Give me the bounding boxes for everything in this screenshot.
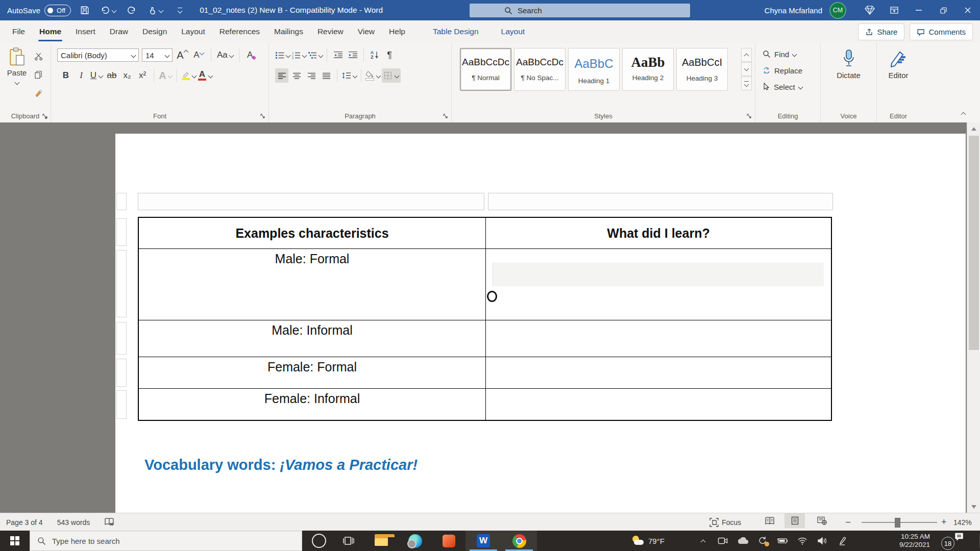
borders-button[interactable] [382, 68, 401, 83]
select-button[interactable]: Select [763, 80, 802, 94]
paste-button[interactable]: Paste [4, 47, 30, 86]
empty-table-cell[interactable] [488, 193, 833, 210]
windows-ink-icon[interactable] [837, 535, 848, 546]
undo-button[interactable] [99, 3, 118, 18]
row-label-female-informal[interactable]: Female: Informal [139, 389, 486, 420]
line-spacing-button[interactable] [341, 68, 357, 83]
tab-design[interactable]: Design [135, 20, 174, 43]
task-view-button[interactable] [333, 531, 364, 551]
scroll-down-button[interactable] [967, 500, 980, 513]
user-avatar[interactable]: CM [829, 2, 846, 19]
search-box[interactable]: Search [470, 4, 690, 17]
wifi-icon[interactable] [797, 535, 808, 546]
vocabulary-heading[interactable]: Vocabulary words: ¡Vamos a Practicar! [144, 457, 418, 473]
scrollbar-thumb[interactable] [969, 136, 979, 350]
tab-table-design[interactable]: Table Design [426, 20, 486, 43]
print-layout-button[interactable] [785, 513, 805, 528]
zoom-out-button[interactable]: − [845, 513, 851, 531]
decrease-indent-button[interactable] [331, 48, 345, 62]
clear-formatting-button[interactable]: A ◆ [245, 48, 258, 62]
find-button[interactable]: Find [763, 47, 802, 61]
table-row-handle[interactable] [116, 250, 127, 317]
tab-view[interactable]: View [351, 20, 382, 43]
tab-file[interactable]: File [5, 20, 32, 43]
row-value-male-formal[interactable] [486, 249, 831, 320]
row-label-male-formal[interactable]: Male: Formal [139, 249, 486, 320]
styles-gallery-up-button[interactable] [741, 48, 752, 62]
grow-font-button[interactable]: A [176, 48, 189, 62]
row-value-female-formal[interactable] [486, 357, 831, 388]
align-left-button[interactable] [275, 68, 288, 83]
justify-button[interactable] [320, 68, 333, 83]
styles-gallery-down-button[interactable] [741, 62, 752, 76]
taskbar-search-box[interactable]: Type here to search [30, 531, 302, 551]
numbering-button[interactable]: 123 [291, 48, 306, 62]
cut-button[interactable] [32, 49, 45, 63]
copy-button[interactable] [32, 67, 45, 82]
show-formatting-marks-button[interactable]: ¶ [383, 48, 396, 62]
tab-review[interactable]: Review [310, 20, 351, 43]
paste-dropdown-chevron[interactable] [14, 80, 19, 85]
sort-button[interactable]: A Z [368, 48, 381, 62]
ribbon-display-options-button[interactable] [882, 0, 906, 20]
share-button[interactable]: Share [858, 23, 904, 40]
align-center-button[interactable] [290, 68, 303, 83]
font-name-combo[interactable]: Calibri (Body) [57, 48, 139, 62]
table-row-handle[interactable] [116, 322, 127, 355]
battery-icon[interactable] [777, 535, 788, 546]
table-row-handle[interactable] [116, 193, 127, 210]
notes-table[interactable]: Examples characteristics What did I lear… [138, 217, 832, 421]
format-painter-button[interactable] [32, 86, 45, 100]
styles-gallery-more-button[interactable] [741, 77, 752, 90]
font-size-combo[interactable]: 14 [142, 48, 173, 62]
styles-dialog-launcher[interactable] [746, 113, 752, 119]
close-button[interactable] [955, 0, 980, 20]
table-header-col2[interactable]: What did I learn? [486, 218, 831, 248]
chrome-taskbar-button[interactable] [501, 531, 537, 551]
text-effects-button[interactable]: A [159, 68, 172, 83]
touch-mouse-mode-button[interactable] [145, 3, 166, 18]
shading-button[interactable] [365, 68, 380, 83]
office-button[interactable] [432, 531, 465, 551]
multilevel-list-button[interactable] [308, 48, 323, 62]
underline-button[interactable]: U [90, 68, 103, 83]
text-highlight-button[interactable] [182, 68, 196, 83]
customize-quick-access-toolbar-button[interactable] [173, 3, 186, 18]
premium-diamond-button[interactable] [857, 0, 882, 20]
table-header-col1[interactable]: Examples characteristics [139, 218, 486, 248]
taskbar-clock[interactable]: 10:25 AM 9/22/2021 [868, 531, 930, 551]
increase-indent-button[interactable] [346, 48, 359, 62]
proofing-errors-icon[interactable] [104, 517, 114, 527]
focus-mode-button[interactable]: Focus [709, 513, 741, 531]
collapse-ribbon-button[interactable] [962, 109, 965, 118]
vertical-scrollbar[interactable] [967, 122, 980, 513]
change-case-button[interactable]: Aa [217, 48, 233, 62]
undo-dropdown-chevron[interactable] [112, 8, 117, 13]
sync-icon[interactable] [757, 535, 768, 546]
action-center-button[interactable]: 18 [938, 531, 969, 551]
onedrive-icon[interactable] [737, 535, 748, 546]
row-value-female-informal[interactable] [486, 389, 831, 420]
tab-draw[interactable]: Draw [103, 20, 135, 43]
zoom-level[interactable]: 142% [953, 513, 972, 531]
circle-annotation[interactable] [487, 291, 497, 302]
scroll-up-button[interactable] [967, 122, 980, 135]
document-page[interactable]: Examples characteristics What did I lear… [115, 134, 966, 513]
restore-button[interactable] [931, 0, 955, 20]
dictate-button[interactable]: Dictate [821, 49, 876, 80]
file-explorer-button[interactable] [364, 531, 398, 551]
touch-mode-chevron[interactable] [159, 8, 164, 13]
strikethrough-button[interactable]: ab [105, 68, 118, 83]
autosave-toggle[interactable]: AutoSave Off [7, 5, 71, 16]
tab-home[interactable]: Home [32, 20, 68, 43]
editor-button[interactable]: Editor [877, 49, 920, 80]
volume-icon[interactable] [817, 535, 828, 546]
cortana-button[interactable] [305, 531, 333, 551]
font-color-button[interactable]: A [198, 68, 212, 83]
save-button[interactable] [78, 3, 91, 18]
minimize-button[interactable] [906, 0, 931, 20]
web-layout-button[interactable] [812, 513, 832, 528]
table-row-handle[interactable] [116, 359, 127, 387]
weather-widget[interactable]: 79°F [632, 531, 665, 551]
row-label-female-formal[interactable]: Female: Formal [139, 357, 486, 388]
